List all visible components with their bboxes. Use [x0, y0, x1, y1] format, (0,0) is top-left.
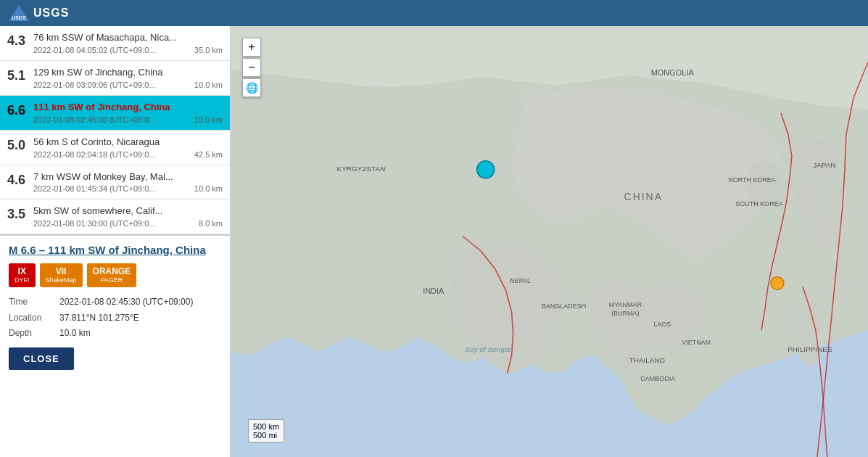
- earthquake-magnitude: 5.1: [7, 67, 33, 83]
- main-earthquake-dot[interactable]: [477, 161, 495, 178]
- kyrgyzstan-label: KYRGYZSTAN: [337, 165, 386, 173]
- earthquake-title: 56 km S of Corinto, Nicaragua: [33, 136, 223, 149]
- secondary-earthquake-dot[interactable]: [771, 276, 784, 289]
- map-controls: + − 🌐: [242, 38, 261, 97]
- earthquake-time: 2022-01-08 02:04:18 (UTC+09:0...: [33, 150, 155, 159]
- earthquake-magnitude: 6.6: [7, 102, 33, 118]
- earthquake-time: 2022-01-08 04:05:02 (UTC+09:0...: [33, 46, 155, 54]
- location-label: Location: [9, 310, 59, 326]
- earthquake-magnitude: 4.6: [7, 171, 33, 188]
- app-header: USGS USGS: [0, 0, 868, 26]
- dyfi-badge[interactable]: IX DYFI: [9, 263, 36, 287]
- earthquake-meta: 2022-01-08 01:30:00 (UTC+09:0... 8.0 km: [33, 219, 223, 228]
- pager-badge-sublabel: PAGER: [93, 276, 131, 284]
- popup-badges: IX DYFI VII ShakeMap ORANGE PAGER: [9, 263, 221, 287]
- earthquake-popup: M 6.6 – 111 km SW of Jinchang, China IX …: [0, 234, 230, 378]
- earthquake-info: 111 km SW of Jinchang, China 2022-01-08 …: [33, 102, 223, 124]
- usgs-logo-icon: USGS: [9, 5, 29, 21]
- north-korea-label: NORTH KOREA: [728, 176, 776, 184]
- earthquake-info: 76 km SSW of Masachapa, Nica... 2022-01-…: [33, 32, 223, 54]
- pager-badge[interactable]: ORANGE PAGER: [87, 263, 137, 287]
- scale-mi: 500 mi: [253, 431, 279, 440]
- earthquake-depth: 42.5 km: [194, 150, 223, 159]
- thailand-label: THAILAND: [629, 356, 665, 364]
- india-label: INDIA: [423, 287, 445, 295]
- earthquake-meta: 2022-01-08 02:04:18 (UTC+09:0... 42.5 km: [33, 150, 223, 159]
- earthquake-magnitude: 4.3: [7, 32, 33, 49]
- globe-button[interactable]: 🌐: [242, 78, 261, 97]
- earthquake-list-item[interactable]: 5.1 129 km SW of Jinchang, China 2022-01…: [0, 61, 230, 96]
- dyfi-badge-label: IX: [18, 266, 26, 276]
- scale-km: 500 km: [253, 422, 279, 431]
- earthquake-info: 5km SW of somewhere, Calif... 2022-01-08…: [33, 205, 223, 228]
- mongolia-label: MONGOLIA: [651, 68, 695, 77]
- earthquake-list-item[interactable]: 3.5 5km SW of somewhere, Calif... 2022-0…: [0, 199, 230, 234]
- location-value: 37.811°N 101.275°E: [59, 310, 193, 326]
- earthquake-meta: 2022-01-08 04:05:02 (UTC+09:0... 35.0 km: [33, 46, 223, 54]
- bay-of-bengal-label: Bay of Bengal: [466, 345, 511, 353]
- main-content: 4.3 76 km SSW of Masachapa, Nica... 2022…: [0, 26, 868, 457]
- svg-text:(BURMA): (BURMA): [611, 310, 639, 317]
- south-korea-label: SOUTH KOREA: [735, 200, 782, 207]
- map-svg: MONGOLIA NORTH KOREA SOUTH KOREA JAPAN C…: [231, 26, 868, 457]
- earthquake-time: 2022-01-08 01:30:00 (UTC+09:0...: [33, 219, 155, 228]
- myanmar-label: MYANMAR: [609, 301, 642, 308]
- earthquake-list-item[interactable]: 5.0 56 km S of Corinto, Nicaragua 2022-0…: [0, 131, 230, 165]
- laos-label: LAOS: [653, 321, 671, 328]
- earthquake-info: 56 km S of Corinto, Nicaragua 2022-01-08…: [33, 136, 223, 159]
- popup-details: Time 2022-01-08 02:45:30 (UTC+09:00) Loc…: [9, 295, 221, 342]
- earthquake-magnitude: 5.0: [7, 136, 33, 153]
- zoom-in-button[interactable]: +: [242, 38, 261, 57]
- vietnam-label: VIETNAM: [682, 339, 711, 346]
- earthquake-info: 7 km WSW of Monkey Bay, Mal... 2022-01-0…: [33, 171, 223, 194]
- shakemap-badge-label: VII: [56, 266, 67, 276]
- earthquake-info: 129 km SW of Jinchang, China 2022-01-08 …: [33, 67, 223, 89]
- bangladesh-label: BANGLADESH: [542, 302, 586, 310]
- depth-value: 10.0 km: [59, 326, 193, 342]
- earthquake-title: 76 km SSW of Masachapa, Nica...: [33, 32, 223, 44]
- china-label: CHINA: [624, 191, 663, 202]
- earthquake-title: 5km SW of somewhere, Calif...: [33, 205, 223, 218]
- usgs-logo-text: USGS: [33, 7, 69, 20]
- earthquake-depth: 35.0 km: [194, 46, 223, 54]
- earthquake-time: 2022-01-08 01:45:34 (UTC+09:0...: [33, 184, 155, 193]
- earthquake-magnitude: 3.5: [7, 205, 33, 222]
- nepal-label: NEPAL: [510, 277, 531, 284]
- earthquake-list-item[interactable]: 4.6 7 km WSW of Monkey Bay, Mal... 2022-…: [0, 165, 230, 200]
- earthquake-time: 2022-01-08 03:09:06 (UTC+09:0...: [33, 81, 155, 89]
- map-container: + − 🌐: [231, 26, 868, 457]
- depth-label: Depth: [9, 326, 59, 342]
- earthquake-list-item[interactable]: 4.3 76 km SSW of Masachapa, Nica... 2022…: [0, 26, 230, 61]
- time-value: 2022-01-08 02:45:30 (UTC+09:00): [59, 295, 193, 310]
- earthquake-depth: 10.0 km: [194, 184, 223, 193]
- earthquake-meta: 2022-01-08 03:09:06 (UTC+09:0... 10.0 km: [33, 81, 223, 89]
- shakemap-badge-sublabel: ShakeMap: [46, 276, 77, 284]
- shakemap-badge[interactable]: VII ShakeMap: [40, 263, 83, 287]
- map-scale: 500 km 500 mi: [248, 419, 284, 442]
- earthquake-meta: 2022-01-08 01:45:34 (UTC+09:0... 10.0 km: [33, 184, 223, 193]
- philippines-label: PHILIPPINES: [788, 345, 832, 353]
- dyfi-badge-sublabel: DYFI: [15, 276, 30, 284]
- zoom-out-button[interactable]: −: [242, 58, 261, 77]
- earthquake-depth: 8.0 km: [199, 219, 223, 228]
- close-button[interactable]: CLOSE: [9, 347, 74, 370]
- earthquake-list: 4.3 76 km SSW of Masachapa, Nica... 2022…: [0, 26, 231, 457]
- popup-title[interactable]: M 6.6 – 111 km SW of Jinchang, China: [9, 243, 221, 258]
- earthquake-depth: 10.0 km: [194, 81, 223, 89]
- pager-badge-label: ORANGE: [93, 266, 131, 276]
- svg-text:USGS: USGS: [12, 15, 26, 20]
- japan-label: JAPAN: [813, 161, 835, 169]
- earthquake-time: 2022-01-08 02:45:30 (UTC+09:0...: [33, 115, 155, 124]
- usgs-logo: USGS USGS: [9, 5, 69, 21]
- earthquake-title: 111 km SW of Jinchang, China: [33, 102, 223, 114]
- earthquake-depth: 10.0 km: [194, 115, 223, 124]
- earthquake-list-item[interactable]: 6.6 111 km SW of Jinchang, China 2022-01…: [0, 96, 230, 131]
- earthquake-meta: 2022-01-08 02:45:30 (UTC+09:0... 10.0 km: [33, 115, 223, 124]
- earthquake-title: 129 km SW of Jinchang, China: [33, 67, 223, 79]
- time-label: Time: [9, 295, 59, 310]
- cambodia-label: CAMBODIA: [640, 375, 675, 382]
- earthquake-title: 7 km WSW of Monkey Bay, Mal...: [33, 171, 223, 184]
